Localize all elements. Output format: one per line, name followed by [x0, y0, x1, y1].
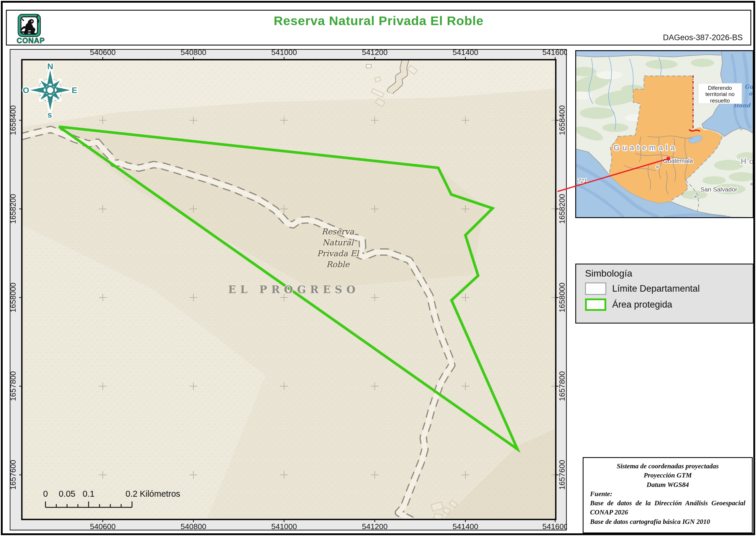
legend-item-label: Límite Departamental	[612, 284, 700, 294]
callout-line: resuelto	[710, 97, 730, 104]
building-small	[366, 64, 371, 68]
info-line: Proyección GTM	[590, 471, 745, 480]
reserve-label-line: Reserva	[322, 227, 354, 236]
compass-o: O	[23, 86, 29, 95]
info-line: Sistema de coordenadas proyectadas	[590, 461, 745, 471]
map-sheet: { "header": { "title": "Reserva Natural …	[0, 0, 756, 536]
departmental-boundary-swatch	[585, 283, 606, 295]
projection-info-box: Sistema de coordenadas proyectadas Proye…	[583, 457, 753, 533]
source-line: Base de datos de la Dirección Análisis G…	[590, 498, 745, 517]
grid-label-bottom: 541400	[453, 522, 478, 531]
compass-n: N	[47, 62, 53, 71]
inset-sea-label-2: o	[749, 90, 753, 97]
grid-label-top: 541000	[271, 49, 297, 57]
inset-city-label: Guatemala	[663, 157, 693, 164]
protected-area-swatch	[585, 298, 606, 311]
grid-label-right: 1658200	[557, 194, 566, 224]
logo-text: CONAP	[16, 36, 45, 44]
inset-country-label: Guatemala	[614, 143, 677, 152]
legend-item-protected-area: Área protegida	[585, 298, 753, 311]
main-map: Reserva Natural Privada El Roble EL PROG…	[10, 49, 567, 531]
grid-label-left: 1658000	[10, 283, 17, 312]
info-line: Datum WGS84	[590, 480, 745, 489]
grid-label-left: 1658400	[10, 105, 17, 135]
city-dot-edge	[750, 182, 753, 186]
grid-label-left: 1657800	[10, 371, 17, 401]
inset-locator-map: 721 Guatemala Guatemala San Salvador Ho …	[575, 50, 754, 218]
callout-line: territorial no	[705, 91, 735, 97]
legend-item-departmental: Límite Departamental	[585, 283, 753, 295]
grid-label-right: 1657600	[557, 460, 566, 489]
grid-label-left: 1657600	[10, 460, 17, 489]
reserve-label-line: Privada El	[317, 249, 360, 258]
callout-line: Diferendo	[708, 85, 732, 91]
territorial-callout: Diferendo territorial no resuelto	[698, 83, 742, 104]
header: CONAP Reserva Natural Privada El Roble D…	[6, 10, 751, 46]
reserve-label-line: Roble	[326, 260, 350, 269]
source-label: Fuente:	[590, 489, 745, 498]
grid-label-right: 1658400	[557, 105, 566, 135]
inset-sea-label-1: Gu	[744, 83, 754, 90]
legend-title: Simbología	[585, 268, 753, 279]
compass-e: E	[72, 86, 78, 95]
grid-label-bottom: 541200	[362, 522, 388, 531]
grid-label-bottom: 541600	[543, 522, 567, 531]
legend-item-label: Área protegida	[612, 299, 672, 310]
page-title: Reserva Natural Privada El Roble	[7, 14, 750, 28]
grid-label-right: 1657800	[557, 371, 566, 401]
legend: Simbología Límite Departamental Área pro…	[575, 264, 754, 323]
grid-label-top: 541400	[453, 49, 478, 57]
source-line: Base de datos cartografía básica IGN 201…	[590, 517, 745, 526]
grid-label-top: 540800	[181, 49, 206, 57]
scale-label-02km: 0.2 Kilómetros	[126, 489, 180, 498]
grid-label-bottom: 540600	[90, 522, 116, 531]
reserve-label-line: Natural	[322, 238, 354, 247]
grid-label-bottom: 540800	[181, 522, 206, 531]
grid-label-left: 1658200	[10, 194, 17, 224]
grid-label-bottom: 541000	[271, 522, 297, 531]
grid-label-top: 540600	[90, 49, 116, 57]
scale-label-01: 0.1	[83, 489, 94, 498]
document-code: DAGeos-387-2026-BS	[663, 33, 743, 42]
map-content: Reserva Natural Privada El Roble EL PROG…	[22, 60, 559, 520]
inset-honduras-label: Ho	[740, 157, 754, 166]
city-dot-san-salvador	[694, 195, 697, 199]
compass-s: s	[47, 110, 52, 119]
city-dot-guatemala	[656, 165, 659, 169]
inset-road-label: 721	[578, 178, 587, 184]
department-label: EL PROGRESO	[228, 284, 360, 295]
scale-label-0: 0	[43, 489, 48, 498]
grid-label-right: 1658000	[557, 283, 566, 312]
inset-city2-label: San Salvador	[701, 186, 738, 193]
grid-label-top: 541600	[543, 49, 567, 57]
scale-label-005: 0.05	[59, 489, 75, 498]
grid-label-top: 541200	[362, 49, 388, 57]
